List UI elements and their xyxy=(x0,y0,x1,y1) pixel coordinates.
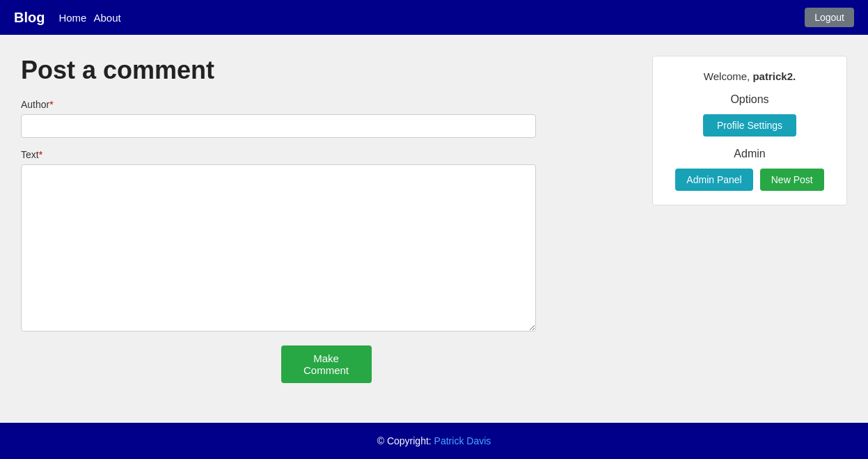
new-post-button[interactable]: New Post xyxy=(760,169,824,191)
about-link[interactable]: About xyxy=(93,12,120,24)
text-label: Text* xyxy=(21,149,631,160)
main-content: Post a comment Author* Text* Make Commen… xyxy=(0,35,868,423)
navbar-links: Home About xyxy=(58,12,805,24)
copyright-text: © Copyright: xyxy=(377,435,434,446)
author-input[interactable] xyxy=(21,114,536,138)
welcome-text: Welcome, patrick2. xyxy=(667,70,833,82)
author-group: Author* xyxy=(21,99,631,138)
sidebar-card: Welcome, patrick2. Options Profile Setti… xyxy=(652,56,847,205)
author-label: Author* xyxy=(21,99,631,110)
admin-panel-button[interactable]: Admin Panel xyxy=(675,169,752,191)
profile-settings-button[interactable]: Profile Settings xyxy=(703,114,796,137)
make-comment-button[interactable]: Make Comment xyxy=(281,345,372,383)
form-section: Post a comment Author* Text* Make Commen… xyxy=(21,56,631,402)
navbar-brand[interactable]: Blog xyxy=(14,10,45,26)
copyright-link[interactable]: Patrick Davis xyxy=(434,435,491,446)
admin-heading: Admin xyxy=(667,148,833,160)
navbar: Blog Home About Logout xyxy=(0,0,868,35)
text-textarea[interactable] xyxy=(21,164,536,332)
home-link[interactable]: Home xyxy=(58,12,86,24)
text-group: Text* xyxy=(21,149,631,334)
page-title: Post a comment xyxy=(21,56,631,85)
options-heading: Options xyxy=(667,93,833,106)
admin-buttons: Admin Panel New Post xyxy=(667,169,833,191)
sidebar: Welcome, patrick2. Options Profile Setti… xyxy=(652,56,847,402)
logout-button[interactable]: Logout xyxy=(805,8,854,27)
footer: © Copyright: Patrick Davis xyxy=(0,423,868,459)
